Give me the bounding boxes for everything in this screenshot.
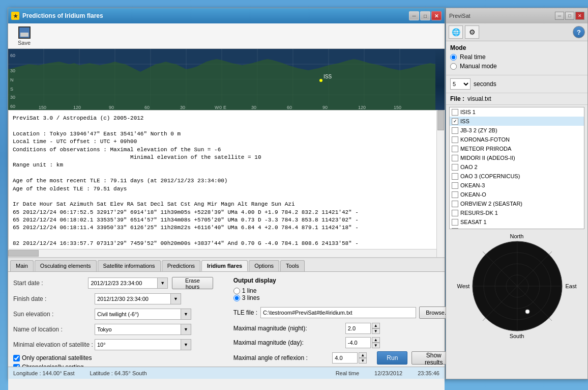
- location-label: Name of location :: [13, 326, 95, 333]
- sat-checkbox-sert2[interactable]: [452, 228, 458, 230]
- tab-predictions[interactable]: Predictions: [162, 260, 200, 271]
- real-time-radio[interactable]: [450, 54, 457, 61]
- sat-item-okean3[interactable]: OKEAN-3: [450, 181, 584, 190]
- mag-day-up[interactable]: ▲: [372, 337, 380, 343]
- settings-icon-button[interactable]: ⚙: [465, 25, 479, 39]
- sat-checkbox-isis1[interactable]: [452, 109, 458, 116]
- sat-checkbox-okean0[interactable]: [452, 191, 458, 198]
- globe-icon-button[interactable]: 🌐: [449, 25, 463, 39]
- sat-item-iss[interactable]: ✓ ISS: [450, 117, 584, 126]
- erase-hours-button[interactable]: Erase hours: [172, 277, 213, 289]
- sat-name-jb3: JB-3 2 (ZY 2B): [460, 127, 497, 133]
- only-operational-label: Only operational satellites: [22, 354, 92, 361]
- tab-osculating[interactable]: Osculating elements: [35, 260, 97, 271]
- close-button[interactable]: ✕: [431, 11, 442, 20]
- sat-name-isis1: ISIS 1: [460, 109, 476, 115]
- save-label: Save: [18, 40, 31, 46]
- right-column: Output display 1 line 3 lines TLE file :: [223, 277, 456, 373]
- text-line-location: Location : Tokyo 13946'47" East 3541'46"…: [13, 130, 434, 138]
- sat-checkbox-koronas[interactable]: [452, 136, 458, 143]
- help-button[interactable]: ?: [573, 26, 585, 38]
- sat-checkbox-meteor[interactable]: [452, 146, 458, 152]
- sat-item-seasat[interactable]: SEASAT 1: [450, 217, 584, 227]
- minimize-button[interactable]: ─: [409, 11, 419, 20]
- east-label: East: [565, 283, 576, 289]
- polar-plot-svg: [472, 240, 563, 332]
- manual-mode-radio[interactable]: [450, 63, 457, 70]
- sat-item-jb3[interactable]: JB-3 2 (ZY 2B): [450, 126, 584, 135]
- seconds-select[interactable]: 5 10 15 30: [450, 78, 471, 90]
- scrollbar-vertical[interactable]: [436, 110, 445, 257]
- scrollbar-thumb-h[interactable]: [8, 250, 39, 257]
- sat-item-oao2[interactable]: OAO 2: [450, 162, 584, 172]
- sat-name-sert2: SERT 2: [460, 228, 480, 229]
- right-minimize-button[interactable]: ─: [555, 12, 564, 20]
- run-button[interactable]: Run: [377, 351, 407, 365]
- sat-checkbox-resurs[interactable]: [452, 210, 458, 216]
- text-display[interactable]: PreviSat 3.0 / Astropedia (c) 2005-2012 …: [8, 110, 445, 258]
- sat-item-meteor[interactable]: METEOR PRIRODA: [450, 144, 584, 153]
- satellite-list[interactable]: ISIS 1 ✓ ISS JB-3 2 (ZY 2B) KORONAS-FOTO…: [449, 107, 584, 229]
- min-elevation-arrow[interactable]: ▼: [181, 340, 191, 350]
- mag-day-down[interactable]: ▼: [372, 343, 380, 348]
- save-button[interactable]: Save: [13, 24, 35, 48]
- finish-date-label: Finish date :: [13, 295, 95, 302]
- sat-checkbox-orbview[interactable]: [452, 201, 458, 207]
- tab-iridium-flares[interactable]: Iridium flares: [201, 260, 248, 271]
- scrollbar-thumb-v[interactable]: [437, 110, 444, 130]
- finish-date-arrow[interactable]: ▼: [170, 294, 181, 304]
- sat-checkbox-midori[interactable]: [452, 155, 458, 161]
- sat-checkbox-jb3[interactable]: [452, 127, 458, 134]
- mag-night-input[interactable]: [345, 323, 371, 334]
- svg-text:120: 120: [73, 105, 81, 110]
- sat-item-orbview[interactable]: ORBVIEW 2 (SEASTAR): [450, 199, 584, 208]
- angle-input[interactable]: [332, 352, 358, 364]
- sun-elevation-dropdown[interactable]: Civil twilight (-6°) ▼: [95, 309, 191, 320]
- right-maximize-button[interactable]: □: [565, 12, 574, 20]
- tab-tools[interactable]: Tools: [280, 260, 305, 271]
- tab-satellite-info[interactable]: Satellite informations: [98, 260, 161, 271]
- scrollbar-horizontal[interactable]: [8, 249, 436, 257]
- sat-checkbox-okean3[interactable]: [452, 182, 458, 189]
- right-close-button[interactable]: ✕: [575, 12, 584, 20]
- tab-main[interactable]: Main: [10, 260, 34, 271]
- angle-up[interactable]: ▲: [359, 352, 367, 358]
- sat-item-midori[interactable]: MIDORI II (ADEOS-II): [450, 153, 584, 162]
- sat-item-koronas[interactable]: KORONAS-FOTON: [450, 135, 584, 144]
- min-elevation-dropdown[interactable]: 10° ▼: [95, 339, 191, 350]
- mag-night-down[interactable]: ▼: [372, 328, 380, 334]
- sat-name-okean0: OKEAN-O: [460, 191, 486, 198]
- svg-text:60: 60: [10, 53, 15, 58]
- output-3lines-radio[interactable]: [233, 295, 240, 301]
- mag-day-label: Maximal magnitude (day):: [233, 339, 345, 346]
- finish-date-row: Finish date : 2012/12/30 23:34:00 ▼: [13, 293, 213, 304]
- start-date-dropdown[interactable]: 2012/12/23 23:34:00 ▼: [88, 277, 168, 289]
- sat-item-sert2[interactable]: SERT 2: [450, 227, 584, 229]
- sun-elevation-arrow[interactable]: ▼: [181, 309, 191, 319]
- svg-text:150: 150: [394, 105, 401, 110]
- real-time-label: Real time: [460, 53, 486, 61]
- world-map-svg: 60 30 N S 30 60 150 120 90 60 30 W 0 E 3…: [8, 49, 435, 110]
- tle-file-input[interactable]: [260, 307, 416, 318]
- sat-item-resurs[interactable]: RESURS-DK 1: [450, 208, 584, 217]
- maximize-button[interactable]: □: [420, 11, 430, 20]
- mag-night-up[interactable]: ▲: [372, 323, 380, 328]
- south-label: South: [510, 333, 524, 339]
- start-date-arrow[interactable]: ▼: [157, 278, 167, 288]
- mag-day-input[interactable]: [345, 337, 371, 348]
- finish-date-dropdown[interactable]: 2012/12/30 23:34:00 ▼: [95, 293, 181, 304]
- sat-item-oao3[interactable]: OAO 3 (COPERNICUS): [450, 172, 584, 181]
- location-row: Name of location : Tokyo ▼: [13, 324, 213, 335]
- sat-checkbox-oao3[interactable]: [452, 173, 458, 180]
- output-1line-radio[interactable]: [233, 288, 240, 294]
- location-dropdown[interactable]: Tokyo ▼: [95, 324, 191, 335]
- sat-item-isis1[interactable]: ISIS 1: [450, 107, 584, 117]
- sat-checkbox-oao2[interactable]: [452, 164, 458, 171]
- tab-options[interactable]: Options: [249, 260, 279, 271]
- sat-checkbox-seasat[interactable]: [452, 219, 458, 226]
- sat-checkbox-iss[interactable]: ✓: [452, 118, 458, 125]
- sat-item-okean0[interactable]: OKEAN-O: [450, 190, 584, 199]
- angle-down[interactable]: ▼: [359, 358, 367, 364]
- only-operational-checkbox[interactable]: [13, 355, 20, 361]
- location-arrow[interactable]: ▼: [181, 324, 191, 335]
